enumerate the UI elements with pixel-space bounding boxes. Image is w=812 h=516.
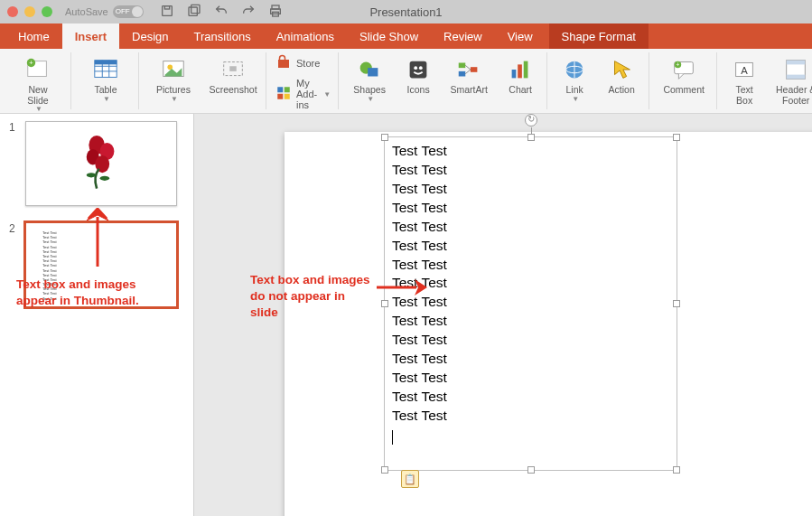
icons-icon bbox=[405, 54, 432, 85]
autosave-state: OFF bbox=[116, 7, 130, 15]
pictures-button[interactable]: Pictures▼ bbox=[148, 54, 199, 103]
resize-handle-e[interactable] bbox=[673, 300, 680, 307]
store-icon bbox=[275, 54, 292, 72]
shapes-label: Shapes bbox=[353, 85, 386, 96]
smartart-label: SmartArt bbox=[450, 85, 487, 96]
svg-rect-31 bbox=[459, 71, 466, 77]
shapes-button[interactable]: Shapes▼ bbox=[348, 54, 391, 103]
resize-handle-nw[interactable] bbox=[381, 134, 388, 141]
minimize-window-button[interactable] bbox=[24, 6, 35, 17]
tab-home[interactable]: Home bbox=[5, 23, 62, 49]
slide-canvas[interactable]: Test TestTest TestTest TestTest TestTest… bbox=[285, 132, 812, 516]
chart-label: Chart bbox=[509, 85, 532, 96]
svg-rect-37 bbox=[524, 61, 528, 79]
link-button[interactable]: Link▼ bbox=[556, 54, 593, 103]
table-label: Table bbox=[94, 85, 117, 96]
annotation-thumbnail-note: Text box and images appear in Thumbnail. bbox=[16, 277, 139, 309]
svg-point-29 bbox=[419, 66, 423, 70]
header-footer-button[interactable]: Header & Footer bbox=[771, 54, 812, 106]
window-controls bbox=[7, 6, 52, 17]
screenshot-icon bbox=[219, 54, 247, 85]
svg-rect-27 bbox=[410, 61, 427, 79]
svg-rect-47 bbox=[787, 61, 806, 65]
undo-icon[interactable] bbox=[214, 4, 229, 21]
paste-options-icon[interactable]: 📋 bbox=[401, 470, 419, 488]
tab-transitions[interactable]: Transitions bbox=[182, 23, 264, 49]
slide-textbox[interactable]: Test TestTest TestTest TestTest TestTest… bbox=[384, 136, 677, 471]
table-button[interactable]: Table▼ bbox=[80, 54, 131, 103]
text-box-icon: A bbox=[731, 54, 758, 85]
svg-rect-0 bbox=[162, 5, 172, 15]
title-bar: AutoSave OFF Presentation1 bbox=[0, 0, 812, 23]
svg-rect-32 bbox=[471, 67, 478, 72]
shapes-icon bbox=[356, 54, 383, 85]
svg-text:A: A bbox=[741, 65, 748, 76]
annotation-slide-note: Text box and images do not appear in sli… bbox=[250, 272, 370, 322]
ribbon-tabs: Home Insert Design Transitions Animation… bbox=[0, 23, 812, 49]
smartart-button[interactable]: SmartArt bbox=[445, 54, 492, 96]
print-icon[interactable] bbox=[268, 4, 283, 21]
resize-handle-n[interactable] bbox=[527, 134, 535, 141]
link-icon bbox=[561, 54, 588, 85]
thumbnail-1[interactable] bbox=[25, 121, 177, 206]
tab-design[interactable]: Design bbox=[119, 23, 181, 49]
svg-rect-36 bbox=[518, 64, 522, 78]
text-box-button[interactable]: A Text Box bbox=[726, 54, 762, 106]
new-slide-button[interactable]: + New Slide▼ bbox=[13, 54, 63, 114]
tab-view[interactable]: View bbox=[495, 23, 546, 49]
store-button[interactable]: Store bbox=[275, 54, 331, 72]
maximize-window-button[interactable] bbox=[42, 6, 52, 17]
resize-handle-se[interactable] bbox=[673, 466, 680, 474]
rotate-handle[interactable] bbox=[525, 114, 537, 127]
my-addins-button[interactable]: My Add-ins▼ bbox=[275, 78, 331, 110]
svg-rect-21 bbox=[277, 87, 283, 92]
rose-image-icon bbox=[76, 129, 126, 192]
autosave-label: AutoSave bbox=[65, 6, 108, 17]
action-button[interactable]: Action bbox=[602, 54, 641, 96]
resize-handle-w[interactable] bbox=[381, 300, 388, 307]
svg-rect-20 bbox=[278, 60, 289, 68]
screenshot-button[interactable]: Screenshot bbox=[208, 54, 258, 96]
tab-slideshow[interactable]: Slide Show bbox=[347, 23, 431, 49]
svg-rect-24 bbox=[285, 94, 290, 99]
tab-shape-format[interactable]: Shape Format bbox=[549, 23, 649, 49]
save-icon[interactable] bbox=[160, 4, 174, 21]
tab-review[interactable]: Review bbox=[431, 23, 495, 49]
pictures-label: Pictures bbox=[156, 85, 191, 96]
comment-icon: + bbox=[670, 54, 697, 85]
autosave-toggle[interactable]: AutoSave OFF bbox=[65, 5, 144, 18]
main-area: 1 2 Test TestTest TestTest TestTest Test… bbox=[0, 114, 812, 516]
svg-text:+: + bbox=[29, 59, 33, 67]
smartart-icon bbox=[455, 54, 482, 85]
redo-icon[interactable] bbox=[241, 4, 256, 21]
svg-rect-23 bbox=[277, 94, 283, 99]
annotation-arrow-up bbox=[79, 208, 116, 271]
svg-point-28 bbox=[414, 66, 417, 70]
tab-insert[interactable]: Insert bbox=[62, 23, 119, 49]
chart-icon bbox=[507, 54, 534, 85]
tab-animations[interactable]: Animations bbox=[264, 23, 347, 49]
svg-rect-1 bbox=[164, 5, 169, 8]
store-label: Store bbox=[296, 58, 320, 69]
svg-text:+: + bbox=[677, 61, 680, 68]
comment-button[interactable]: + Comment bbox=[658, 54, 709, 96]
resize-handle-sw[interactable] bbox=[381, 466, 388, 474]
slide-editor: Test TestTest TestTest TestTest TestTest… bbox=[194, 114, 812, 516]
chart-button[interactable]: Chart bbox=[501, 54, 539, 96]
svg-rect-26 bbox=[368, 68, 378, 76]
action-label: Action bbox=[609, 85, 635, 96]
resize-handle-ne[interactable] bbox=[673, 134, 680, 141]
svg-rect-2 bbox=[189, 7, 197, 15]
table-icon bbox=[92, 54, 119, 85]
icons-button[interactable]: Icons bbox=[400, 54, 436, 96]
thumbnail-panel: 1 2 Test TestTest TestTest TestTest Test… bbox=[0, 114, 194, 516]
annotation-arrow-right bbox=[375, 277, 429, 298]
save-as-icon[interactable] bbox=[187, 4, 201, 21]
resize-handle-s[interactable] bbox=[527, 466, 535, 474]
header-footer-label: Header & Footer bbox=[776, 85, 812, 106]
pictures-icon bbox=[160, 54, 187, 85]
close-window-button[interactable] bbox=[7, 6, 18, 17]
svg-rect-15 bbox=[95, 61, 117, 65]
my-addins-label: My Add-ins bbox=[296, 78, 317, 110]
svg-rect-30 bbox=[459, 63, 466, 69]
